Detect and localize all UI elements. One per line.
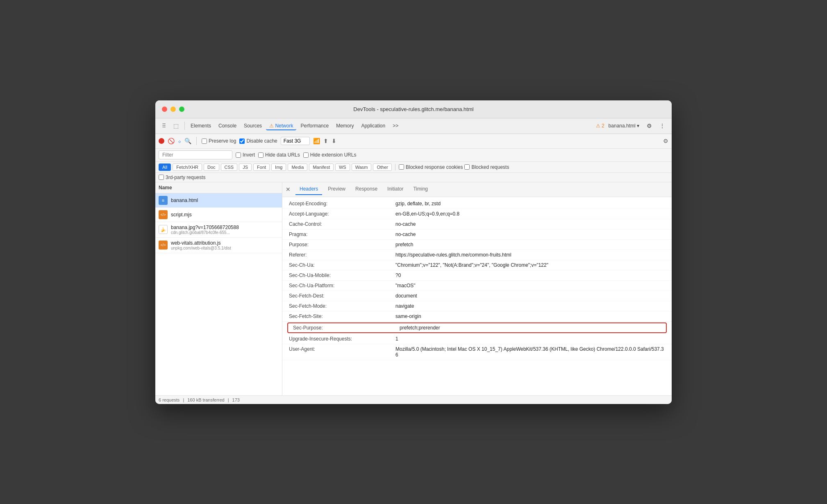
minimize-button[interactable] bbox=[170, 107, 176, 112]
header-row: Cache-Control:no-cache bbox=[282, 219, 672, 229]
filter-font[interactable]: Font bbox=[253, 163, 270, 171]
disable-cache-checkbox[interactable] bbox=[239, 138, 245, 144]
tab-sources[interactable]: Sources bbox=[241, 121, 265, 130]
upload-icon[interactable]: ⬆ bbox=[323, 138, 328, 144]
more-options-btn[interactable]: ⋮ bbox=[656, 121, 668, 131]
separator2: | bbox=[228, 397, 229, 402]
blocked-requests-label[interactable]: Blocked requests bbox=[464, 164, 509, 170]
tab-elements[interactable]: Elements bbox=[187, 121, 214, 130]
blocked-response-cookies-label[interactable]: Blocked response cookies bbox=[399, 164, 463, 170]
detail-close-btn[interactable]: ✕ bbox=[286, 186, 291, 193]
filter-fetch-xhr[interactable]: Fetch/XHR bbox=[173, 163, 202, 171]
filter-other[interactable]: Other bbox=[373, 163, 392, 171]
filter-ws[interactable]: WS bbox=[335, 163, 350, 171]
detail-tab-timing[interactable]: Timing bbox=[409, 184, 432, 195]
third-party-label[interactable]: 3rd-party requests bbox=[159, 175, 205, 180]
file-name-wrap-4: web-vitals.attribution.js unpkg.com/web-… bbox=[171, 240, 231, 250]
filter-js[interactable]: JS bbox=[239, 163, 252, 171]
throttle-select[interactable]: Fast 3G bbox=[281, 137, 310, 145]
close-button[interactable] bbox=[162, 107, 167, 112]
header-row: Sec-Ch-Ua:"Chromium";v="122", "Not(A:Bra… bbox=[282, 260, 672, 270]
file-name-2: script.mjs bbox=[171, 212, 192, 218]
hide-data-urls-label[interactable]: Hide data URLs bbox=[258, 152, 300, 158]
file-item-script-mjs[interactable]: </> script.mjs bbox=[155, 208, 282, 222]
third-party-checkbox[interactable] bbox=[159, 175, 164, 180]
file-name-4: web-vitals.attribution.js bbox=[171, 240, 231, 246]
file-item-banana-jpg[interactable]: 🍌 banana.jpg?v=1705668720588 cdn.glitch.… bbox=[155, 222, 282, 238]
clear-button[interactable]: 🚫 bbox=[168, 138, 175, 144]
preserve-log-label[interactable]: Preserve log bbox=[202, 138, 236, 144]
invert-checkbox[interactable] bbox=[236, 152, 241, 158]
tab-network[interactable]: ⚠ Network bbox=[266, 121, 296, 130]
tag-separator bbox=[395, 164, 395, 170]
other-stat: 173 bbox=[232, 397, 240, 402]
filter-button[interactable]: ⬦ bbox=[178, 138, 181, 144]
tab-console[interactable]: Console bbox=[215, 121, 240, 130]
search-button[interactable]: 🔍 bbox=[184, 138, 191, 144]
header-value: no-cache bbox=[395, 221, 665, 227]
tab-memory[interactable]: Memory bbox=[333, 121, 357, 130]
header-row: Pragma:no-cache bbox=[282, 229, 672, 240]
maximize-button[interactable] bbox=[179, 107, 184, 112]
header-row: Sec-Fetch-Mode:navigate bbox=[282, 301, 672, 311]
header-value: "macOS" bbox=[395, 283, 665, 288]
filter-media[interactable]: Media bbox=[288, 163, 307, 171]
detail-tab-preview[interactable]: Preview bbox=[324, 184, 350, 195]
blocked-requests-checkbox[interactable] bbox=[464, 164, 470, 170]
detail-tab-initiator[interactable]: Initiator bbox=[383, 184, 407, 195]
tab-more[interactable]: >> bbox=[389, 121, 402, 130]
file-item-banana-html[interactable]: ≡ banana.html bbox=[155, 193, 282, 208]
header-name: Sec-Ch-Ua: bbox=[289, 262, 395, 268]
traffic-lights bbox=[162, 107, 184, 112]
header-name: Sec-Fetch-Dest: bbox=[289, 293, 395, 299]
blocked-response-cookies-checkbox[interactable] bbox=[399, 164, 404, 170]
detail-tab-response[interactable]: Response bbox=[351, 184, 382, 195]
filter-wasm[interactable]: Wasm bbox=[352, 163, 372, 171]
type-filter-bar: All Fetch/XHR Doc CSS JS Font Img Media … bbox=[155, 162, 672, 173]
detail-tab-headers[interactable]: Headers bbox=[295, 184, 322, 195]
header-value: en-GB,en-US;q=0.9,en;q=0.8 bbox=[395, 211, 665, 217]
filter-all[interactable]: All bbox=[159, 163, 171, 171]
file-name-wrap: banana.html bbox=[171, 198, 198, 203]
invert-filter-label[interactable]: Invert bbox=[236, 152, 255, 158]
disable-cache-label[interactable]: Disable cache bbox=[239, 138, 277, 144]
hide-data-urls-checkbox[interactable] bbox=[258, 152, 264, 158]
filter-bar: Invert Hide data URLs Hide extension URL… bbox=[155, 149, 672, 162]
file-name-wrap-2: script.mjs bbox=[171, 212, 192, 218]
filter-css[interactable]: CSS bbox=[221, 163, 238, 171]
header-row: Accept-Encoding:gzip, deflate, br, zstd bbox=[282, 199, 672, 209]
header-name: Cache-Control: bbox=[289, 221, 395, 227]
header-value: Mozilla/5.0 (Macintosh; Intel Mac OS X 1… bbox=[395, 346, 665, 358]
detail-panel: ✕ Headers Preview Response Initiator Tim… bbox=[282, 182, 672, 395]
filter-manifest[interactable]: Manifest bbox=[309, 163, 334, 171]
hide-extension-urls-label[interactable]: Hide extension URLs bbox=[303, 152, 357, 158]
header-value: 1 bbox=[395, 336, 665, 342]
current-page-btn[interactable]: banana.html ▾ bbox=[605, 121, 643, 130]
third-party-bar: 3rd-party requests bbox=[155, 173, 672, 182]
warning-badge: ⚠ 2 bbox=[596, 123, 604, 129]
header-name: Referer: bbox=[289, 252, 395, 258]
preserve-log-checkbox[interactable] bbox=[202, 138, 207, 144]
download-icon[interactable]: ⬇ bbox=[332, 138, 336, 144]
settings-btn[interactable]: ⚙ bbox=[643, 121, 655, 131]
network-settings-btn[interactable]: ⚙ bbox=[663, 138, 668, 144]
file-item-web-vitals[interactable]: </> web-vitals.attribution.js unpkg.com/… bbox=[155, 238, 282, 253]
hide-extension-urls-checkbox[interactable] bbox=[303, 152, 309, 158]
tab-application[interactable]: Application bbox=[358, 121, 389, 130]
device-toggle-btn[interactable]: ⬚ bbox=[170, 121, 182, 131]
header-row: Referer:https://speculative-rules.glitch… bbox=[282, 250, 672, 260]
transferred-size: 160 kB transferred bbox=[187, 397, 225, 402]
header-name: Accept-Language: bbox=[289, 211, 395, 217]
header-name: Upgrade-Insecure-Requests: bbox=[289, 336, 395, 342]
throttle-wrapper: Fast 3G bbox=[281, 137, 310, 145]
record-button[interactable] bbox=[159, 138, 164, 144]
wifi-icon[interactable]: 📶 bbox=[313, 138, 320, 144]
filter-input[interactable] bbox=[159, 150, 232, 159]
header-value: navigate bbox=[395, 303, 665, 309]
filter-doc[interactable]: Doc bbox=[204, 163, 219, 171]
tab-performance[interactable]: Performance bbox=[297, 121, 332, 130]
cursor-tool-btn[interactable]: ⠿ bbox=[159, 121, 169, 131]
filter-img[interactable]: Img bbox=[271, 163, 286, 171]
header-row: Sec-Ch-Ua-Mobile:?0 bbox=[282, 270, 672, 281]
header-row: User-Agent:Mozilla/5.0 (Macintosh; Intel… bbox=[282, 344, 672, 360]
